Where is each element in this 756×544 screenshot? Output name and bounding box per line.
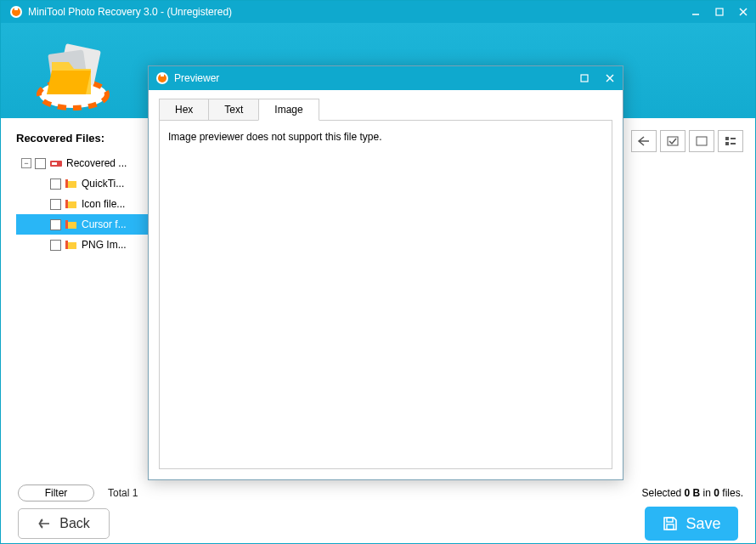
- tree-root-label: Recovered ...: [66, 157, 127, 169]
- back-arrow-button[interactable]: [631, 130, 657, 152]
- svg-rect-27: [161, 74, 164, 76]
- folder-icon: [65, 238, 78, 252]
- svg-rect-16: [65, 241, 68, 249]
- filter-button[interactable]: Filter: [18, 484, 94, 502]
- main-titlebar: MiniTool Photo Recovery 3.0 - (Unregiste…: [1, 1, 755, 23]
- drive-icon: [49, 156, 63, 170]
- back-arrow-icon: [37, 518, 53, 530]
- tab-text[interactable]: Text: [208, 99, 259, 121]
- svg-rect-13: [65, 179, 68, 188]
- filter-label: Filter: [45, 487, 68, 499]
- svg-rect-20: [725, 142, 729, 145]
- tree-expander-icon[interactable]: −: [21, 158, 31, 168]
- window-title: MiniTool Photo Recovery 3.0 - (Unregiste…: [28, 6, 232, 18]
- tree-checkbox[interactable]: [50, 240, 61, 251]
- folder-icon: [65, 177, 78, 190]
- view-toolbar: [631, 130, 743, 152]
- tree-item-label: QuickTi...: [82, 178, 124, 190]
- previewer-message: Image previewer does not support this fi…: [168, 131, 381, 143]
- svg-rect-2: [14, 8, 18, 10]
- tree-item-label: PNG Im...: [82, 239, 127, 251]
- footer: Filter Total 1 Selected 0 B in 0 files. …: [1, 482, 755, 543]
- tree-item-label: Cursor f...: [82, 218, 127, 230]
- rect-view-button[interactable]: [689, 130, 714, 152]
- previewer-close-button[interactable]: [597, 66, 623, 90]
- total-label: Total 1: [108, 487, 138, 499]
- app-icon: [155, 71, 169, 85]
- back-label: Back: [59, 516, 90, 531]
- app-logo: [26, 28, 120, 113]
- previewer-titlebar: Previewer: [149, 66, 623, 90]
- svg-rect-18: [697, 137, 707, 145]
- svg-rect-22: [731, 143, 736, 144]
- tree-checkbox[interactable]: [50, 219, 61, 230]
- close-button[interactable]: [731, 1, 755, 23]
- svg-rect-14: [65, 200, 68, 208]
- previewer-content: Image previewer does not support this fi…: [159, 120, 612, 469]
- check-view-button[interactable]: [660, 130, 685, 152]
- tree-checkbox[interactable]: [50, 199, 61, 210]
- folder-icon: [65, 218, 78, 231]
- tree-item-label: Icon file...: [82, 198, 125, 210]
- previewer-title: Previewer: [174, 72, 219, 84]
- previewer-maximize-button[interactable]: [572, 66, 597, 90]
- minimize-button[interactable]: [684, 1, 708, 23]
- svg-rect-15: [65, 220, 68, 229]
- svg-rect-19: [725, 137, 729, 140]
- folder-icon: [65, 197, 78, 211]
- tree-checkbox[interactable]: [35, 158, 46, 169]
- save-label: Save: [685, 515, 720, 533]
- svg-rect-17: [668, 137, 678, 145]
- tab-hex[interactable]: Hex: [159, 99, 209, 121]
- svg-rect-28: [581, 75, 588, 82]
- tab-image[interactable]: Image: [258, 99, 319, 121]
- previewer-tabs: Hex Text Image: [159, 99, 612, 121]
- svg-rect-12: [52, 162, 57, 165]
- tree-checkbox[interactable]: [50, 178, 61, 190]
- maximize-button[interactable]: [708, 1, 731, 23]
- save-icon: [662, 515, 679, 532]
- back-button[interactable]: Back: [18, 508, 110, 539]
- previewer-dialog: Previewer Hex Text Image Image previewer…: [148, 65, 623, 480]
- list-view-button[interactable]: [718, 130, 743, 152]
- svg-rect-21: [731, 138, 736, 139]
- app-icon: [9, 5, 23, 19]
- svg-rect-4: [716, 8, 723, 15]
- svg-rect-24: [667, 524, 674, 530]
- selected-status: Selected 0 B in 0 files.: [642, 487, 743, 499]
- save-button[interactable]: Save: [645, 507, 738, 541]
